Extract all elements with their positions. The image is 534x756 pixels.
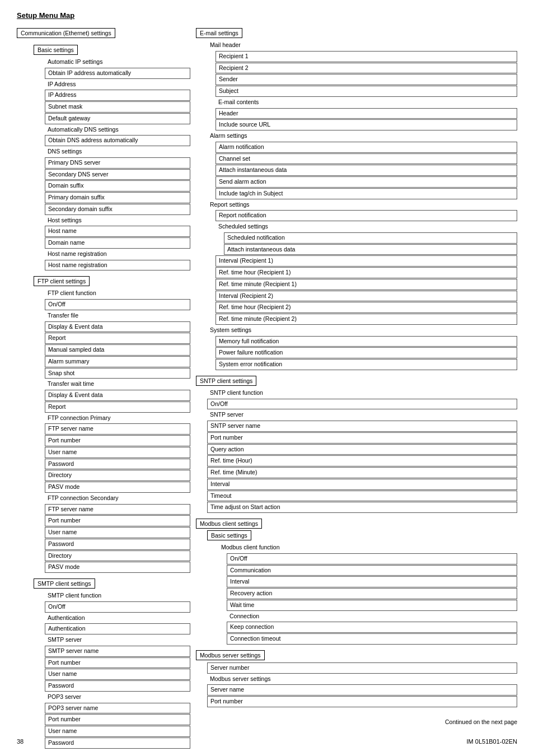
item: Report notification [216, 210, 517, 221]
item: Directory [45, 470, 190, 481]
sntp-client-label: SNTP client settings [196, 376, 256, 386]
modbus-server-label: Modbus server settings [196, 650, 265, 660]
item: Automatic IP settings [45, 57, 190, 67]
item: Recipient 2 [216, 63, 517, 74]
item: SNTP server name [207, 421, 517, 432]
item: IP Address [45, 80, 190, 90]
item: Domain suffix [45, 180, 190, 192]
item: Report settings [207, 200, 517, 210]
item: On/Off [45, 299, 190, 310]
item: Header [216, 108, 517, 119]
item: Secondary domain suffix [45, 204, 190, 215]
item: Recipient 1 [216, 51, 517, 62]
item: Transfer file [45, 311, 190, 321]
item: Port number [45, 435, 190, 446]
item: Port number [45, 657, 190, 669]
item: Snap shot [45, 368, 190, 379]
item: Password [45, 680, 190, 692]
item: Password [45, 539, 190, 550]
item: Port number [45, 515, 190, 526]
email-settings-group: E-mail settings Mail header Recipient 1 … [196, 28, 517, 370]
item: Ref. time (Hour) [207, 455, 517, 466]
item: Display & Event data [45, 390, 190, 401]
item: Domain name [45, 237, 190, 249]
item: SMTP server name [45, 646, 190, 657]
item: Server number [207, 662, 517, 674]
email-settings-label: E-mail settings [196, 28, 242, 38]
item: Authentication [45, 623, 190, 634]
item: System settings [207, 325, 517, 335]
basic-settings-group: Basic settings Automatic IP settings Obt… [34, 45, 190, 270]
item: User name [45, 669, 190, 680]
item: Include tag/ch in Subject [216, 188, 517, 199]
item: Sender [216, 74, 517, 85]
item: Display & Event data [45, 321, 190, 333]
modbus-basic-label: Basic settings [207, 530, 251, 540]
item: On/Off [227, 553, 517, 564]
item: Memory full notification [216, 336, 517, 347]
item: Host name registration [45, 260, 190, 271]
page-footer: 38 IM 0L51B01-02EN [17, 738, 517, 745]
item: Include source URL [216, 119, 517, 130]
item: Alarm settings [207, 131, 517, 141]
item: Modbus server settings [207, 674, 517, 684]
root-node: Communication (Ethernet) settings [17, 28, 190, 39]
item: FTP connection Secondary [45, 493, 190, 503]
modbus-server-group: Modbus server settings Server number Mod… [196, 650, 517, 707]
item: SMTP client function [45, 591, 190, 601]
item: POP3 server [45, 692, 190, 702]
right-column: E-mail settings Mail header Recipient 1 … [196, 28, 517, 754]
document-id: IM 0L51B01-02EN [467, 738, 518, 745]
item: Scheduled notification [224, 232, 517, 244]
item: PASV mode [45, 482, 190, 493]
item: Transfer wait time [45, 379, 190, 389]
item: Attach instantaneous data [216, 165, 517, 176]
item: Port number [207, 432, 517, 444]
smtp-client-group: SMTP client settings SMTP client functio… [34, 578, 190, 749]
item: FTP client function [45, 288, 190, 298]
item: Channel set [216, 153, 517, 165]
item: Subject [216, 86, 517, 97]
item: FTP connection Primary [45, 413, 190, 423]
item: IP Address [45, 90, 190, 101]
sntp-client-group: SNTP client settings SNTP client functio… [196, 376, 517, 513]
item: Connection timeout [227, 633, 517, 645]
item: DNS settings [45, 147, 190, 157]
modbus-client-label: Modbus client settings [196, 519, 262, 529]
root-label: Communication (Ethernet) settings [17, 28, 115, 38]
item: Port number [45, 714, 190, 725]
item: Send alarm action [216, 176, 517, 188]
item: PASV mode [45, 562, 190, 573]
item: System error notification [216, 359, 517, 370]
item: FTP server name [45, 423, 190, 435]
item: Ref. time (Minute) [207, 467, 517, 478]
item: Wait time [227, 600, 517, 611]
item: Host settings [45, 216, 190, 226]
item: Interval [207, 479, 517, 490]
item: FTP server name [45, 504, 190, 515]
smtp-client-label: SMTP client settings [34, 578, 95, 589]
item: Server name [207, 684, 517, 696]
item: Ref. time hour (Recipient 1) [216, 267, 517, 278]
item: Default gateway [45, 113, 190, 124]
item: Manual sampled data [45, 344, 190, 356]
item: POP3 server name [45, 703, 190, 714]
basic-settings-label: Basic settings [34, 45, 78, 55]
item: Directory [45, 550, 190, 562]
item: Interval [227, 576, 517, 587]
item: Scheduled settings [216, 222, 517, 232]
item: Obtain IP address automatically [45, 68, 190, 79]
item: Connection [227, 612, 517, 622]
item: Keep connection [227, 622, 517, 633]
item: Authentication [45, 613, 190, 623]
item: Host name registration [45, 249, 190, 259]
item: Obtain DNS address automatically [45, 135, 190, 146]
modbus-client-group: Modbus client settings Basic settings Mo… [196, 519, 517, 645]
item: Timeout [207, 491, 517, 502]
item: Primary DNS server [45, 157, 190, 169]
item: Port number [207, 696, 517, 707]
item: Secondary DNS server [45, 169, 190, 180]
item: Report [45, 402, 190, 413]
item: On/Off [45, 601, 190, 613]
item: Ref. time hour (Recipient 2) [216, 302, 517, 313]
